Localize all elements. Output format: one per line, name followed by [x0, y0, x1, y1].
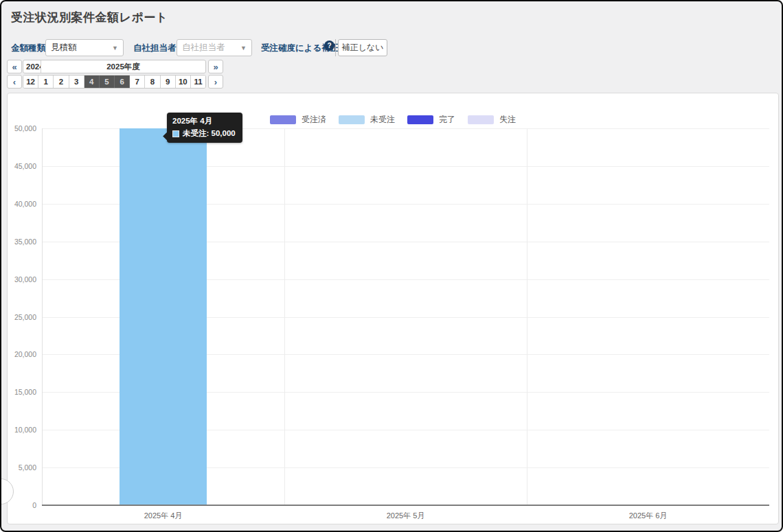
legend-swatch [270, 115, 296, 124]
y-axis-line [42, 128, 43, 505]
month-tab-12[interactable]: 12 [23, 76, 38, 88]
month-prev-button[interactable]: ‹ [7, 75, 22, 89]
no-correction-button[interactable]: 補正しない [338, 39, 387, 56]
month-tab-4[interactable]: 4 [84, 76, 100, 88]
legend-label: 受注済 [302, 114, 326, 126]
gridline [527, 128, 527, 505]
amount-type-value: 見積額 [51, 42, 77, 54]
month-tab-3[interactable]: 3 [69, 76, 84, 88]
bar-未受注[interactable] [120, 128, 207, 505]
x-axis-tick-label: 2025年 4月 [115, 511, 212, 521]
legend-item-受注済[interactable]: 受注済 [270, 114, 326, 126]
legend-swatch [339, 115, 365, 124]
legend-item-未受注[interactable]: 未受注 [339, 114, 395, 126]
month-tab-2[interactable]: 2 [54, 76, 69, 88]
month-tab-7[interactable]: 7 [130, 76, 145, 88]
assignee-label: 自社担当者 [133, 43, 177, 54]
y-axis-tick-label: 30,000 [8, 275, 36, 284]
month-tab-11[interactable]: 11 [191, 76, 205, 88]
button-group-divider [335, 39, 336, 56]
x-axis-tick-label: 2025年 6月 [600, 511, 696, 521]
year-pager: 2024 2025年度 [23, 60, 206, 73]
amount-type-select[interactable]: 見積額 ▼ [45, 39, 124, 56]
tooltip-series-swatch [172, 130, 179, 137]
month-tab-8[interactable]: 8 [145, 76, 160, 88]
assignee-placeholder: 自社担当者 [182, 42, 225, 54]
page-title: 受注状況別案件金額レポート [11, 10, 168, 25]
legend-swatch [407, 115, 433, 124]
y-axis-tick-label: 0 [8, 501, 36, 509]
report-window: 受注状況別案件金額レポート 金額種類 見積額 ▼ 自社担当者 自社担当者 ▼ 受… [0, 0, 783, 532]
y-axis-tick-label: 25,000 [8, 313, 36, 321]
tooltip-title: 2025年 4月 [172, 116, 236, 126]
legend-label: 未受注 [370, 114, 395, 126]
amount-type-label: 金額種類 [11, 43, 45, 54]
tooltip-entry: 未受注: 50,000 [172, 128, 236, 139]
chevron-down-icon: ▼ [240, 45, 247, 51]
tooltip-entry-text: 未受注: 50,000 [183, 128, 236, 139]
y-axis-tick-label: 50,000 [8, 124, 36, 132]
year-next-button[interactable]: » [208, 60, 223, 73]
legend-item-失注[interactable]: 失注 [468, 114, 516, 126]
legend-label: 失注 [499, 114, 516, 126]
month-tab-10[interactable]: 10 [176, 76, 191, 88]
gridline [284, 128, 285, 505]
month-tab-5[interactable]: 5 [100, 76, 115, 88]
y-axis-tick-label: 40,000 [8, 200, 36, 208]
chart-card: 受注済未受注完了失注 05,00010,00015,00020,00025,00… [7, 93, 779, 524]
y-axis-tick-label: 15,000 [8, 388, 36, 396]
year-prev-button[interactable]: « [7, 60, 22, 73]
month-pager: 121234567891011 [23, 75, 206, 89]
legend-label: 完了 [439, 114, 455, 126]
legend-swatch [468, 115, 494, 124]
help-icon[interactable]: ? [324, 41, 334, 51]
year-tab-current[interactable]: 2025年度 [41, 60, 205, 73]
month-tab-9[interactable]: 9 [161, 76, 176, 88]
legend-item-完了[interactable]: 完了 [407, 114, 455, 126]
chevron-down-icon: ▼ [112, 45, 118, 51]
month-tab-6[interactable]: 6 [115, 76, 130, 88]
y-axis-tick-label: 45,000 [8, 162, 36, 170]
y-axis-tick-label: 10,000 [8, 426, 36, 434]
chart-legend: 受注済未受注完了失注 [8, 114, 778, 126]
y-axis-tick-label: 5,000 [8, 463, 36, 472]
month-next-button[interactable]: › [208, 75, 223, 89]
x-axis-tick-label: 2025年 5月 [358, 511, 454, 521]
y-axis-tick-label: 35,000 [8, 238, 36, 246]
year-tab-2024[interactable]: 2024 [23, 60, 41, 73]
x-axis-line [42, 505, 769, 506]
y-axis-tick-label: 20,000 [8, 350, 36, 358]
chart-tooltip: 2025年 4月 未受注: 50,000 [167, 113, 242, 143]
assignee-select[interactable]: 自社担当者 ▼ [177, 39, 252, 56]
month-tab-1[interactable]: 1 [38, 76, 54, 88]
